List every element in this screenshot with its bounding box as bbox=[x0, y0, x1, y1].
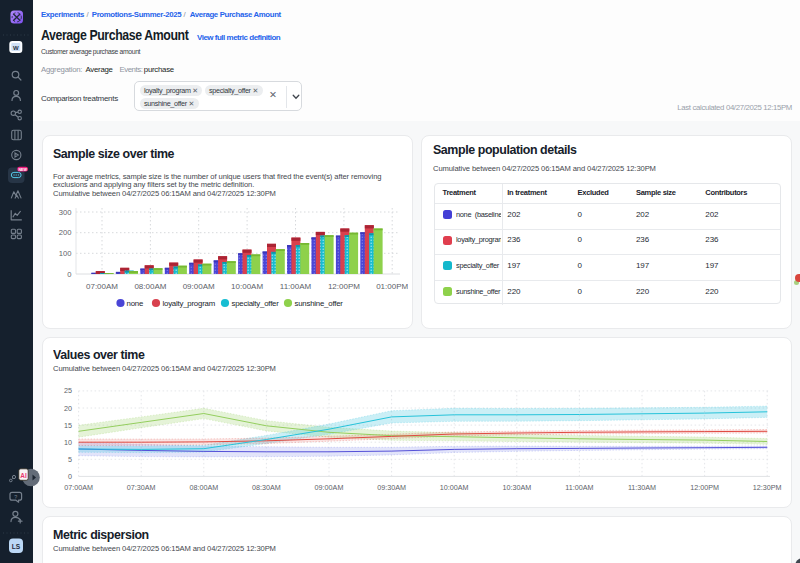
svg-text:sunshine_offer: sunshine_offer bbox=[295, 299, 344, 308]
svg-text:?: ? bbox=[14, 494, 17, 500]
svg-text:11:00AM: 11:00AM bbox=[280, 282, 312, 291]
svg-text:12:00PM: 12:00PM bbox=[690, 483, 719, 492]
svg-text:NEW: NEW bbox=[18, 168, 27, 172]
svg-text:07:00AM: 07:00AM bbox=[86, 282, 118, 291]
svg-text:07:30AM: 07:30AM bbox=[127, 483, 156, 492]
svg-text:08:00AM: 08:00AM bbox=[189, 483, 218, 492]
svg-text:5: 5 bbox=[68, 455, 72, 464]
svg-text:09:00AM: 09:00AM bbox=[183, 282, 215, 291]
svg-text:none: none bbox=[127, 299, 144, 308]
svg-text:10:00AM: 10:00AM bbox=[231, 282, 263, 291]
svg-text:100: 100 bbox=[59, 249, 72, 258]
svg-text:10: 10 bbox=[64, 438, 72, 447]
svg-text:0: 0 bbox=[68, 472, 72, 481]
svg-text:300: 300 bbox=[59, 208, 72, 217]
svg-text:08:30AM: 08:30AM bbox=[252, 483, 281, 492]
svg-text:W: W bbox=[13, 45, 19, 51]
svg-text:11:00AM: 11:00AM bbox=[565, 483, 593, 492]
svg-text:200: 200 bbox=[59, 228, 72, 237]
svg-text:LS: LS bbox=[12, 543, 21, 550]
svg-text:07:00AM: 07:00AM bbox=[64, 483, 93, 492]
svg-text:loyalty_program: loyalty_program bbox=[163, 299, 215, 308]
svg-text:10:30AM: 10:30AM bbox=[502, 483, 531, 492]
svg-text:08:00AM: 08:00AM bbox=[134, 282, 166, 291]
svg-text:20: 20 bbox=[64, 404, 72, 413]
svg-text:specialty_offer: specialty_offer bbox=[232, 299, 280, 308]
svg-text:15: 15 bbox=[64, 421, 72, 430]
svg-text:25: 25 bbox=[64, 386, 72, 395]
svg-text:10:00AM: 10:00AM bbox=[440, 483, 469, 492]
svg-text:12:30PM: 12:30PM bbox=[753, 483, 782, 492]
svg-text:0: 0 bbox=[67, 270, 71, 279]
svg-text:11:30AM: 11:30AM bbox=[628, 483, 656, 492]
svg-text:12:00PM: 12:00PM bbox=[328, 282, 360, 291]
svg-text:09:00AM: 09:00AM bbox=[315, 483, 344, 492]
svg-text:09:30AM: 09:30AM bbox=[377, 483, 406, 492]
svg-text:AI: AI bbox=[20, 472, 27, 479]
svg-text:01:00PM: 01:00PM bbox=[376, 282, 408, 291]
